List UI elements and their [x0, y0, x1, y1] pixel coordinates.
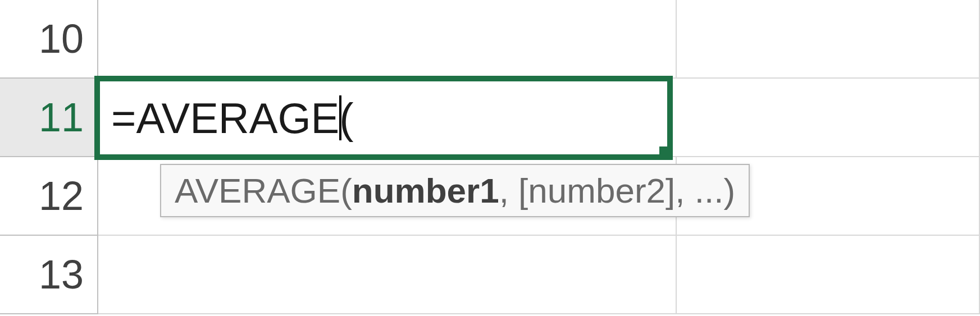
spreadsheet-grid: 10 11 =AVERAGE( 12 13 AVERAGE(number1, [… — [0, 0, 980, 316]
tooltip-sep: , — [499, 171, 518, 210]
cell-c10[interactable] — [677, 0, 980, 79]
table-row: 10 — [0, 0, 980, 79]
cell-b10[interactable] — [98, 0, 677, 79]
cell-b13[interactable] — [98, 236, 677, 314]
cell-b11-editing[interactable]: =AVERAGE( — [94, 76, 673, 160]
tooltip-arg-optional[interactable]: [number2] — [518, 171, 675, 210]
tooltip-func-name: AVERAGE( — [175, 171, 352, 210]
table-row: 13 — [0, 236, 980, 314]
cell-c11[interactable] — [670, 79, 980, 157]
row-header-11[interactable]: 11 — [0, 79, 98, 157]
row-header-13[interactable]: 13 — [0, 236, 98, 314]
cell-c13[interactable] — [677, 236, 980, 314]
table-row: 11 =AVERAGE( — [0, 79, 980, 157]
row-header-12[interactable]: 12 — [0, 157, 98, 236]
text-cursor — [339, 95, 341, 140]
tooltip-rest: , ...) — [675, 171, 735, 210]
formula-input-text: =AVERAGE( — [111, 94, 354, 143]
function-tooltip[interactable]: AVERAGE(number1, [number2], ...) — [160, 164, 750, 217]
row-header-10[interactable]: 10 — [0, 0, 98, 79]
tooltip-arg-current[interactable]: number1 — [352, 171, 499, 210]
